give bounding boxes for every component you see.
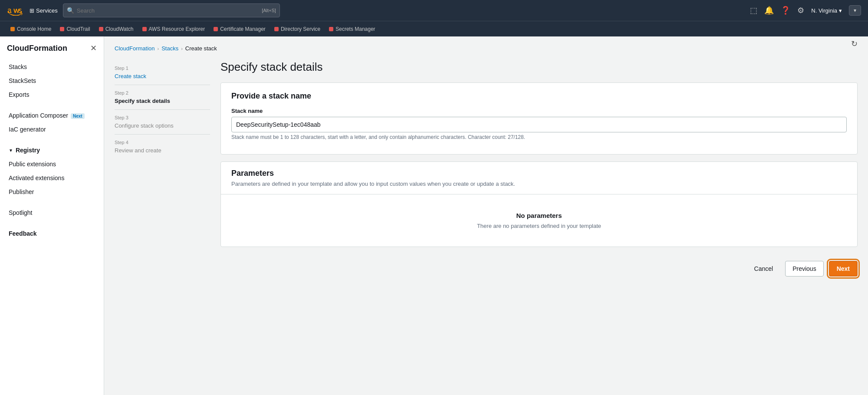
sidebar-item-exports[interactable]: Exports [0, 88, 104, 102]
sidebar-item-iac-generator[interactable]: IaC generator [0, 122, 104, 136]
stack-name-card-title: Provide a stack name [231, 92, 847, 101]
cloudtrail-icon [60, 27, 64, 31]
stack-name-card: Provide a stack name Stack name Stack na… [220, 82, 858, 155]
settings-icon[interactable]: ⚙ [797, 6, 804, 15]
fav-secrets-manager[interactable]: Secrets Manager [326, 23, 378, 35]
step-2-label: Step 2 [115, 90, 210, 95]
content-layout: Step 1 Create stack Step 2 Specify stack… [115, 60, 858, 282]
arrow-down-icon: ▼ [9, 148, 13, 153]
breadcrumb: CloudFormation › Stacks › Create stack [115, 45, 858, 52]
parameters-desc: Parameters are defined in your template … [231, 181, 847, 187]
stack-name-field: Stack name Stack name must be 1 to 128 c… [231, 108, 847, 140]
sidebar-item-app-composer[interactable]: Application ComposerNext [0, 109, 104, 122]
step-3-label: Step 3 [115, 115, 210, 120]
bell-icon[interactable]: 🔔 [764, 6, 774, 15]
fav-directory-service[interactable]: Directory Service [271, 23, 324, 35]
step-4: Step 4 Review and create [115, 135, 210, 159]
top-navigation: ⊞ Services 🔍 [Alt+S] ⬚ 🔔 ❓ ⚙ N. Virginia… [0, 0, 868, 21]
new-badge: Next [71, 113, 85, 119]
directory-service-icon [274, 27, 279, 31]
step-1-label: Step 1 [115, 66, 210, 71]
cloudwatch-icon [99, 27, 103, 31]
parameters-empty-title: No parameters [231, 212, 847, 219]
step-4-label: Step 4 [115, 140, 210, 145]
steps-panel: Step 1 Create stack Step 2 Specify stack… [115, 60, 210, 282]
sidebar-item-spotlight[interactable]: Spotlight [0, 206, 104, 220]
stack-name-input[interactable] [231, 117, 847, 132]
page-title: Specify stack details [220, 60, 858, 74]
account-selector[interactable]: ▾ [849, 5, 861, 16]
nav-right: ⬚ 🔔 ❓ ⚙ N. Virginia ▾ ▾ [750, 5, 861, 16]
main-content: CloudFormation › Stacks › Create stack S… [104, 36, 868, 395]
services-menu[interactable]: ⊞ Services [30, 7, 58, 14]
sidebar-item-public-extensions[interactable]: Public extensions [0, 157, 104, 171]
breadcrumb-current: Create stack [185, 45, 217, 52]
search-input[interactable] [77, 7, 262, 14]
refresh-icon[interactable]: ↻ [851, 39, 858, 49]
fav-cloudtrail[interactable]: CloudTrail [56, 23, 93, 35]
form-area: Specify stack details Provide a stack na… [220, 60, 858, 282]
fav-console-home[interactable]: Console Home [7, 23, 55, 35]
parameters-title: Parameters [231, 169, 847, 178]
sidebar-title: CloudFormation [7, 44, 67, 53]
sidebar: CloudFormation ✕ Stacks StackSets Export… [0, 36, 104, 395]
breadcrumb-sep2: › [181, 46, 183, 51]
sidebar-item-publisher[interactable]: Publisher [0, 185, 104, 199]
grid-icon: ⊞ [30, 7, 34, 14]
sidebar-close-button[interactable]: ✕ [90, 43, 97, 53]
help-icon[interactable]: ❓ [781, 6, 790, 15]
parameters-empty-desc: There are no parameters defined in your … [231, 223, 847, 229]
favorites-bar: Console Home CloudTrail CloudWatch AWS R… [0, 21, 868, 36]
step-4-name: Review and create [115, 147, 161, 154]
parameters-header: Parameters Parameters are defined in you… [221, 162, 857, 194]
search-icon: 🔍 [67, 7, 74, 14]
action-bar: Cancel Previous Next [220, 256, 858, 282]
secrets-manager-icon [329, 27, 333, 31]
breadcrumb-sep1: › [158, 46, 159, 51]
previous-button[interactable]: Previous [785, 261, 823, 276]
registry-label: Registry [16, 147, 40, 154]
step-1: Step 1 Create stack [115, 60, 210, 85]
aws-logo[interactable] [7, 5, 23, 16]
search-shortcut: [Alt+S] [262, 8, 276, 13]
sidebar-item-stacksets[interactable]: StackSets [0, 74, 104, 88]
resource-explorer-icon [142, 27, 147, 31]
sidebar-item-stacks[interactable]: Stacks [0, 60, 104, 74]
fav-resource-explorer[interactable]: AWS Resource Explorer [139, 23, 209, 35]
sidebar-item-activated-extensions[interactable]: Activated extensions [0, 171, 104, 185]
console-home-icon [10, 27, 15, 31]
certificate-manager-icon [214, 27, 218, 31]
parameters-card: Parameters Parameters are defined in you… [220, 161, 858, 247]
services-label: Services [36, 7, 58, 14]
breadcrumb-stacks[interactable]: Stacks [161, 45, 178, 52]
stack-name-label: Stack name [231, 108, 847, 114]
parameters-empty: No parameters There are no parameters de… [221, 194, 857, 247]
sidebar-header: CloudFormation ✕ [0, 43, 104, 60]
sidebar-feedback: Feedback [0, 227, 104, 240]
step-3-name: Configure stack options [115, 122, 174, 129]
sidebar-nav: Stacks StackSets Exports Application Com… [0, 60, 104, 240]
page-wrapper: CloudFormation ✕ Stacks StackSets Export… [0, 36, 868, 395]
step-2: Step 2 Specify stack details [115, 85, 210, 110]
next-button[interactable]: Next [829, 261, 858, 276]
breadcrumb-cloudformation[interactable]: CloudFormation [115, 45, 155, 52]
fav-certificate-manager[interactable]: Certificate Manager [210, 23, 269, 35]
search-bar[interactable]: 🔍 [Alt+S] [63, 3, 280, 17]
cancel-button[interactable]: Cancel [747, 261, 780, 276]
step-1-name[interactable]: Create stack [115, 73, 146, 79]
registry-section[interactable]: ▼ Registry [0, 143, 104, 157]
terminal-icon[interactable]: ⬚ [750, 6, 757, 15]
stack-name-hint: Stack name must be 1 to 128 characters, … [231, 134, 847, 140]
fav-cloudwatch[interactable]: CloudWatch [95, 23, 137, 35]
region-selector[interactable]: N. Virginia ▾ [811, 7, 842, 14]
step-2-name: Specify stack details [115, 98, 170, 104]
step-3: Step 3 Configure stack options [115, 110, 210, 135]
